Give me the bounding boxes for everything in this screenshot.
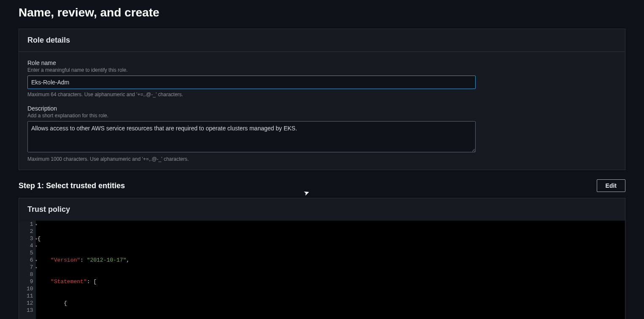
role-name-label: Role name <box>27 59 617 66</box>
step1-title: Step 1: Select trusted entities <box>19 181 125 190</box>
policy-version: "2012-10-17" <box>87 257 127 263</box>
trust-policy-panel: Trust policy 1▾ 2 3▾ 4▾ 5 6▾ 7▾ 8 9 10 1… <box>19 198 625 319</box>
role-details-header: Role details <box>19 29 625 52</box>
description-hint: Add a short explanation for this role. <box>27 113 617 119</box>
trust-policy-header: Trust policy <box>19 198 625 221</box>
description-input[interactable] <box>27 121 476 152</box>
role-details-title: Role details <box>27 36 70 44</box>
description-label: Description <box>27 105 617 112</box>
role-details-panel: Role details Role name Enter a meaningfu… <box>19 29 625 170</box>
code-content[interactable]: { "Version": "2012-10-17", "Statement": … <box>36 221 625 319</box>
role-name-field: Role name Enter a meaningful name to ide… <box>27 59 617 97</box>
page-title: Name, review, and create <box>19 6 625 19</box>
code-gutter: 1▾ 2 3▾ 4▾ 5 6▾ 7▾ 8 9 10 11 12 13 <box>19 221 36 319</box>
description-field: Description Add a short explanation for … <box>27 105 617 162</box>
edit-button[interactable]: Edit <box>597 179 625 192</box>
role-name-hint: Enter a meaningful name to identify this… <box>27 67 617 73</box>
trust-policy-title: Trust policy <box>27 205 70 214</box>
role-name-constraint: Maximum 64 characters. Use alphanumeric … <box>27 92 617 97</box>
role-name-input[interactable] <box>27 76 476 89</box>
description-constraint: Maximum 1000 characters. Use alphanumeri… <box>27 156 617 162</box>
step1-header-row: Step 1: Select trusted entities Edit <box>19 179 625 192</box>
trust-policy-editor[interactable]: 1▾ 2 3▾ 4▾ 5 6▾ 7▾ 8 9 10 11 12 13 { "Ve… <box>19 221 625 319</box>
